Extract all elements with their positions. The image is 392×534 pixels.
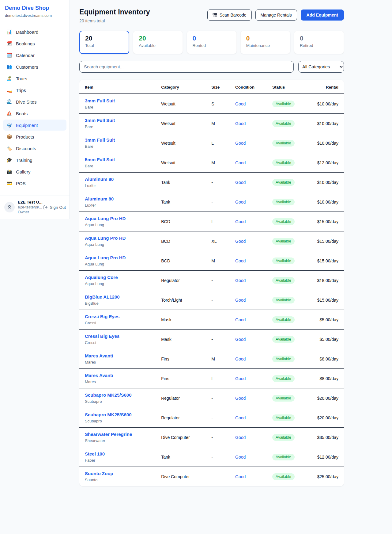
sidebar-item[interactable]: 🏷️ Discounts: [3, 143, 66, 154]
item-name-link[interactable]: Mares Avanti: [85, 353, 156, 358]
sign-out-button[interactable]: Sign Out: [43, 205, 66, 210]
category-select[interactable]: All Categories: [298, 61, 344, 73]
condition-link[interactable]: Good: [235, 141, 246, 146]
status-badge: Available: [272, 159, 295, 166]
sidebar-item[interactable]: ⛵ Boats: [3, 108, 66, 119]
sidebar-user-footer: E2E Test U... e2e-tester@... Owner Sign …: [0, 196, 70, 219]
condition-link[interactable]: Good: [235, 376, 246, 381]
status-badge: Available: [272, 414, 295, 421]
status-badge: Available: [272, 238, 295, 245]
sidebar-item[interactable]: 💳 POS: [3, 178, 66, 189]
nav-item-icon: 👥: [6, 64, 12, 70]
scan-barcode-button[interactable]: Scan Barcode: [207, 10, 252, 21]
stat-card[interactable]: 20 Available: [133, 31, 183, 54]
table-row: Aqualung Core Aqua Lung Regulator - Good…: [79, 271, 344, 290]
item-name-link[interactable]: Aluminum 80: [85, 177, 156, 182]
stat-card[interactable]: 0 Retired: [294, 31, 344, 54]
condition-link[interactable]: Good: [235, 239, 246, 244]
item-brand: Mares: [85, 380, 156, 384]
item-name-link[interactable]: Aqua Lung Pro HD: [85, 235, 156, 241]
condition-link[interactable]: Good: [235, 474, 246, 479]
table-row: BigBlue AL1200 BigBlue Torch/Light - Goo…: [79, 290, 344, 310]
sidebar-item[interactable]: 📸 Gallery: [3, 166, 66, 177]
sidebar-item[interactable]: 📦 Products: [3, 131, 66, 142]
condition-link[interactable]: Good: [235, 278, 246, 283]
item-name-link[interactable]: Aqualung Core: [85, 275, 156, 280]
item-size: -: [209, 310, 233, 330]
user-info: E2E Test U... e2e-tester@... Owner: [18, 200, 40, 215]
sidebar-item[interactable]: 🚤 Trips: [3, 85, 66, 96]
sidebar-item[interactable]: 🤿 Equipment: [3, 120, 66, 131]
item-name-link[interactable]: Aqua Lung Pro HD: [85, 255, 156, 260]
add-equipment-button[interactable]: Add Equipment: [301, 10, 344, 21]
item-size: XL: [209, 231, 233, 251]
column-header-rental: Rental: [308, 80, 344, 94]
item-name-link[interactable]: Suunto Zoop: [85, 471, 156, 476]
manage-rentals-button[interactable]: Manage Rentals: [255, 10, 297, 21]
condition-link[interactable]: Good: [235, 200, 246, 204]
sidebar-item[interactable]: 📊 Dashboard: [3, 26, 66, 37]
nav-item-icon: 🗓️: [6, 52, 12, 58]
nav-item-icon: 📸: [6, 169, 12, 174]
condition-link[interactable]: Good: [235, 396, 246, 401]
status-badge: Available: [272, 297, 295, 303]
item-name-link[interactable]: Shearwater Peregrine: [85, 432, 156, 437]
item-name-link[interactable]: BigBlue AL1200: [85, 294, 156, 299]
condition-link[interactable]: Good: [235, 455, 246, 460]
condition-link[interactable]: Good: [235, 298, 246, 303]
item-category: Wetsuit: [159, 153, 209, 173]
condition-link[interactable]: Good: [235, 337, 246, 342]
item-name-link[interactable]: Cressi Big Eyes: [85, 334, 156, 339]
stat-card[interactable]: 20 Total: [79, 31, 129, 54]
item-name-link[interactable]: Cressi Big Eyes: [85, 314, 156, 319]
item-name-link[interactable]: Scubapro MK25/S600: [85, 392, 156, 398]
table-row: Scubapro MK25/S600 Scubapro Regulator - …: [79, 408, 344, 428]
table-row: Steel 100 Faber Tank - Good Available $1…: [79, 447, 344, 467]
rental-rate: $10.00/day: [308, 173, 344, 192]
table-row: 3mm Full Suit Bare Wetsuit L Good Availa…: [79, 133, 344, 153]
item-name-link[interactable]: Aluminum 80: [85, 196, 156, 201]
condition-link[interactable]: Good: [235, 219, 246, 224]
stat-card[interactable]: 0 Maintenance: [240, 31, 290, 54]
table-row: Cressi Big Eyes Cressi Mask - Good Avail…: [79, 330, 344, 349]
condition-link[interactable]: Good: [235, 415, 246, 420]
condition-link[interactable]: Good: [235, 180, 246, 185]
nav-item-label: Bookings: [16, 41, 35, 46]
status-badge: Available: [272, 473, 295, 480]
barcode-scan-icon: [213, 13, 217, 17]
item-name-link[interactable]: Mares Avanti: [85, 373, 156, 378]
sidebar-item[interactable]: 🎓 Training: [3, 154, 66, 166]
condition-link[interactable]: Good: [235, 160, 246, 165]
stat-card[interactable]: 0 Rented: [187, 31, 237, 54]
sidebar-item[interactable]: 🗓️ Calendar: [3, 50, 66, 61]
condition-link[interactable]: Good: [235, 121, 246, 126]
search-input[interactable]: [79, 61, 294, 73]
user-role: Owner: [18, 210, 40, 215]
item-name-link[interactable]: Steel 100: [85, 451, 156, 456]
condition-link[interactable]: Good: [235, 435, 246, 440]
item-name-link[interactable]: 3mm Full Suit: [85, 98, 156, 103]
sidebar-item[interactable]: 🌊 Dive Sites: [3, 96, 66, 107]
item-name-link[interactable]: 3mm Full Suit: [85, 137, 156, 143]
condition-link[interactable]: Good: [235, 101, 246, 106]
item-brand: Mares: [85, 360, 156, 364]
item-name-link[interactable]: Aqua Lung Pro HD: [85, 216, 156, 221]
item-name-link[interactable]: 3mm Full Suit: [85, 118, 156, 123]
sidebar-item[interactable]: 👥 Customers: [3, 61, 66, 72]
nav-item-label: Boats: [16, 111, 28, 116]
item-name-link[interactable]: 5mm Full Suit: [85, 157, 156, 162]
nav-item-icon: 🎓: [6, 157, 12, 163]
condition-link[interactable]: Good: [235, 258, 246, 263]
item-brand: Bare: [85, 144, 156, 149]
column-header-size: Size: [209, 80, 233, 94]
nav-item-label: POS: [16, 181, 26, 186]
sidebar-item[interactable]: 🏝️ Tours: [3, 73, 66, 84]
item-name-link[interactable]: Scubapro MK25/S600: [85, 412, 156, 417]
item-brand: Bare: [85, 164, 156, 168]
condition-link[interactable]: Good: [235, 317, 246, 322]
sidebar-item[interactable]: 📅 Bookings: [3, 38, 66, 49]
filter-bar: All Categories: [79, 61, 344, 73]
status-badge: Available: [272, 120, 295, 127]
item-size: M: [209, 114, 233, 133]
condition-link[interactable]: Good: [235, 357, 246, 361]
